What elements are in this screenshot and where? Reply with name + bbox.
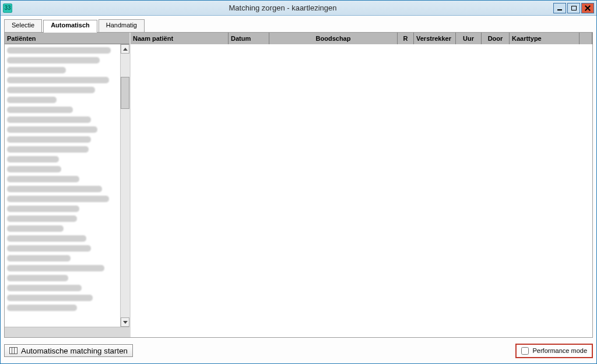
column-header-naam[interactable]: Naam patiënt xyxy=(131,33,229,44)
results-grid-header: Naam patiëntDatumBoodschapRVerstrekkerUu… xyxy=(131,33,592,44)
patients-list-wrap xyxy=(5,44,129,327)
maximize-icon xyxy=(571,6,577,10)
title-bar: 33 Matching zorgen - kaartlezingen xyxy=(1,1,596,16)
tab-automatisch[interactable]: Automatisch xyxy=(43,20,97,33)
start-auto-matching-button[interactable]: Automatische matching starten xyxy=(4,344,133,357)
patient-row[interactable] xyxy=(6,85,120,95)
patient-row[interactable] xyxy=(6,45,120,55)
patient-row[interactable] xyxy=(6,234,120,243)
performance-mode-group[interactable]: Performance mode xyxy=(515,344,593,358)
patient-row[interactable] xyxy=(6,273,120,283)
redacted-text xyxy=(7,136,91,143)
maximize-button[interactable] xyxy=(567,3,580,13)
patient-row[interactable] xyxy=(6,204,120,214)
column-header-uur[interactable]: Uur xyxy=(456,33,482,44)
window-title: Matching zorgen - kaartlezingen xyxy=(12,3,553,12)
column-header-verstrekker[interactable]: Verstrekker xyxy=(414,33,456,44)
window: 33 Matching zorgen - kaartlezingen Selec… xyxy=(0,0,597,364)
patients-list-footer xyxy=(5,327,129,337)
redacted-text xyxy=(7,255,71,261)
redacted-text xyxy=(7,235,86,242)
patient-row[interactable] xyxy=(6,164,120,174)
column-header-boodschap[interactable]: Boodschap xyxy=(269,33,398,44)
patient-row[interactable] xyxy=(6,194,120,204)
patient-row[interactable] xyxy=(6,154,120,164)
tab-bar: SelectieAutomatischHandmatig xyxy=(4,19,593,32)
column-header-door[interactable]: Door xyxy=(482,33,510,44)
patient-row[interactable] xyxy=(6,283,120,293)
tab-selectie[interactable]: Selectie xyxy=(4,19,42,32)
minimize-icon xyxy=(557,9,562,10)
patient-row[interactable] xyxy=(6,174,120,184)
redacted-text xyxy=(7,67,66,73)
patient-row[interactable] xyxy=(6,253,120,263)
start-auto-matching-label: Automatische matching starten xyxy=(21,347,128,355)
redacted-text xyxy=(7,186,102,192)
performance-mode-label: Performance mode xyxy=(532,347,587,354)
patients-header[interactable]: Patiënten xyxy=(5,33,129,44)
scroll-down-button[interactable] xyxy=(121,317,129,327)
patient-row[interactable] xyxy=(6,144,120,154)
patient-row[interactable] xyxy=(6,105,120,115)
column-header-r[interactable]: R xyxy=(398,33,414,44)
performance-mode-checkbox[interactable] xyxy=(521,347,529,355)
list-icon xyxy=(9,347,17,354)
redacted-text xyxy=(7,57,100,63)
redacted-text xyxy=(7,176,79,182)
redacted-text xyxy=(7,275,68,281)
patient-row[interactable] xyxy=(6,125,120,135)
patient-row[interactable] xyxy=(6,293,120,303)
tab-handmatig[interactable]: Handmatig xyxy=(99,19,145,32)
column-header-datum[interactable]: Datum xyxy=(229,33,269,44)
app-icon: 33 xyxy=(3,3,12,13)
patients-scrollbar[interactable] xyxy=(120,44,129,327)
column-header-kaarttype[interactable]: Kaarttype xyxy=(510,33,580,44)
redacted-text xyxy=(7,47,111,54)
patient-row[interactable] xyxy=(6,263,120,273)
redacted-text xyxy=(7,156,59,162)
window-buttons xyxy=(553,3,594,13)
scroll-track[interactable] xyxy=(121,54,129,317)
redacted-text xyxy=(7,206,79,212)
redacted-text xyxy=(7,215,77,222)
patient-row[interactable] xyxy=(6,184,120,194)
patients-pane: Patiënten xyxy=(5,33,131,337)
redacted-text xyxy=(7,77,109,83)
results-pane: Naam patiëntDatumBoodschapRVerstrekkerUu… xyxy=(131,33,592,337)
scroll-up-button[interactable] xyxy=(121,44,129,54)
client-area: SelectieAutomatischHandmatig Patiënten xyxy=(1,16,596,363)
patient-row[interactable] xyxy=(6,65,120,75)
column-header-spacer[interactable] xyxy=(580,33,592,44)
redacted-text xyxy=(7,196,109,202)
patient-row[interactable] xyxy=(6,224,120,234)
redacted-text xyxy=(7,166,61,172)
patient-row[interactable] xyxy=(6,95,120,105)
scroll-thumb[interactable] xyxy=(121,77,129,109)
content-panel: Patiënten Naam patiëntDatumBoodschapRVer… xyxy=(4,32,593,338)
redacted-text xyxy=(7,126,97,133)
redacted-text xyxy=(7,285,82,291)
redacted-text xyxy=(7,87,95,93)
patient-row[interactable] xyxy=(6,243,120,253)
minimize-button[interactable] xyxy=(553,3,566,13)
patients-list[interactable] xyxy=(5,44,120,327)
patient-row[interactable] xyxy=(6,115,120,125)
chevron-down-icon xyxy=(123,321,128,324)
results-grid-body[interactable] xyxy=(131,44,592,337)
patient-row[interactable] xyxy=(6,135,120,144)
redacted-text xyxy=(7,146,89,153)
close-icon xyxy=(585,5,591,11)
redacted-text xyxy=(7,116,91,123)
patient-row[interactable] xyxy=(6,303,120,313)
chevron-up-icon xyxy=(123,48,128,51)
redacted-text xyxy=(7,97,57,103)
redacted-text xyxy=(7,225,64,232)
redacted-text xyxy=(7,305,77,311)
close-button[interactable] xyxy=(581,3,594,13)
redacted-text xyxy=(7,107,73,113)
patient-row[interactable] xyxy=(6,55,120,65)
redacted-text xyxy=(7,295,93,301)
patient-row[interactable] xyxy=(6,75,120,85)
patient-row[interactable] xyxy=(6,214,120,224)
footer-bar: Automatische matching starten Performanc… xyxy=(4,341,593,360)
